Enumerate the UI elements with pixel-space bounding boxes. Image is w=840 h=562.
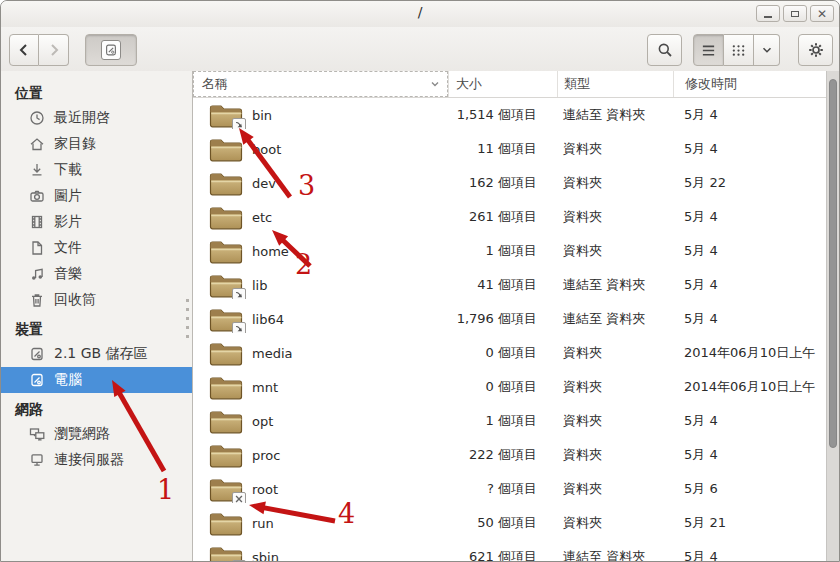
maximize-button[interactable] (783, 5, 807, 22)
minimize-icon (764, 16, 772, 18)
forward-button[interactable] (39, 34, 69, 66)
file-modified: 5月 4 (673, 310, 826, 328)
titlebar[interactable]: / ✕ (1, 1, 839, 28)
sidebar-item-label: 連接伺服器 (54, 451, 124, 469)
column-header-size[interactable]: 大小 (448, 71, 557, 97)
trash-icon (29, 292, 45, 308)
file-modified: 5月 4 (673, 106, 826, 124)
file-manager-window: / ✕ (0, 0, 840, 562)
sidebar-item-browse-network[interactable]: 瀏覽網路 (1, 421, 192, 447)
file-size: 1 個項目 (448, 242, 557, 260)
clock-icon (29, 110, 45, 126)
column-header-name[interactable]: 名稱 (193, 71, 448, 97)
file-size: 11 個項目 (448, 140, 557, 158)
sort-indicator-icon (429, 78, 441, 90)
settings-button[interactable] (798, 34, 833, 66)
drive-icon (29, 372, 45, 388)
file-row-media[interactable]: media 0 個項目 資料夾 2014年06月10日上午 (193, 336, 826, 370)
sidebar-sections: 位置 最近開啓 家目錄 下載 圖片 影片 文件 音樂 回收筒 裝置 2.1 G (1, 82, 192, 473)
file-row-bin[interactable]: bin 1,514 個項目 連結至 資料夾 5月 4 (193, 98, 826, 132)
grid-view-icon (731, 43, 746, 58)
folder-icon (209, 306, 243, 333)
file-name: root (252, 482, 278, 497)
vertical-scrollbar[interactable] (826, 71, 839, 561)
file-size: 1 個項目 (448, 412, 557, 430)
file-type: 連結至 資料夾 (557, 548, 673, 561)
sidebar-item-trash[interactable]: 回收筒 (1, 287, 192, 313)
file-row-mnt[interactable]: mnt 0 個項目 資料夾 2014年06月10日上午 (193, 370, 826, 404)
column-header-name-label: 名稱 (202, 75, 228, 93)
gear-icon (808, 42, 824, 58)
file-type: 連結至 資料夾 (557, 310, 673, 328)
document-icon (29, 240, 45, 256)
toolbar (1, 27, 839, 72)
back-button[interactable] (9, 34, 39, 66)
file-row-root[interactable]: root ? 個項目 資料夾 5月 6 (193, 472, 826, 506)
file-row-opt[interactable]: opt 1 個項目 資料夾 5月 4 (193, 404, 826, 438)
sidebar-item-label: 2.1 GB 儲存區 (54, 345, 148, 363)
column-header-modified[interactable]: 修改時間 (673, 71, 826, 97)
chevron-down-icon (760, 43, 774, 57)
sidebar-item-documents[interactable]: 文件 (1, 235, 192, 261)
file-name: lib (252, 278, 267, 293)
sidebar-item-connect-server[interactable]: 連接伺服器 (1, 447, 192, 473)
sidebar-item-volume-2gb[interactable]: 2.1 GB 儲存區 (1, 341, 192, 367)
sidebar-item-computer[interactable]: 電腦 (1, 367, 192, 393)
folder-icon (209, 476, 243, 503)
file-row-run[interactable]: run 50 個項目 資料夾 5月 21 (193, 506, 826, 540)
file-row-etc[interactable]: etc 261 個項目 資料夾 5月 4 (193, 200, 826, 234)
file-row-lib64[interactable]: lib64 1,796 個項目 連結至 資料夾 5月 4 (193, 302, 826, 336)
maximize-icon (791, 11, 799, 17)
folder-icon (209, 340, 243, 367)
folder-icon (209, 204, 243, 231)
file-row-boot[interactable]: boot 11 個項目 資料夾 5月 4 (193, 132, 826, 166)
file-row-sbin[interactable]: sbin 621 個項目 連結至 資料夾 5月 4 (193, 540, 826, 561)
sidebar-item-downloads[interactable]: 下載 (1, 157, 192, 183)
file-size: 0 個項目 (448, 344, 557, 362)
view-options-button[interactable] (754, 34, 780, 66)
file-modified: 2014年06月10日上午 (673, 344, 826, 362)
close-button[interactable]: ✕ (810, 5, 834, 22)
grid-view-button[interactable] (724, 34, 754, 66)
symlink-emblem (232, 322, 246, 333)
file-row-lib[interactable]: lib 41 個項目 連結至 資料夾 5月 4 (193, 268, 826, 302)
pane-resize-handle[interactable] (186, 299, 189, 338)
file-modified: 5月 4 (673, 242, 826, 260)
folder-icon (209, 272, 243, 299)
column-header-type[interactable]: 類型 (557, 71, 673, 97)
search-button[interactable] (647, 34, 682, 66)
sidebar-item-pictures[interactable]: 圖片 (1, 183, 192, 209)
file-size: 621 個項目 (448, 548, 557, 561)
search-icon (657, 42, 673, 58)
server-icon (29, 452, 45, 468)
sidebar-section-header-places: 位置 (1, 82, 192, 105)
file-name-cell: mnt (193, 374, 448, 401)
path-button-root[interactable] (85, 34, 137, 66)
scrollbar-thumb[interactable] (829, 79, 837, 448)
sidebar-item-recent[interactable]: 最近開啓 (1, 105, 192, 131)
file-row-proc[interactable]: proc 222 個項目 資料夾 5月 4 (193, 438, 826, 472)
file-name-cell: bin (193, 102, 448, 129)
sidebar-item-music[interactable]: 音樂 (1, 261, 192, 287)
file-name: sbin (252, 550, 279, 562)
folder-icon (209, 102, 243, 129)
file-name-cell: root (193, 476, 448, 503)
list-view-button[interactable] (693, 34, 724, 66)
sidebar-item-videos[interactable]: 影片 (1, 209, 192, 235)
close-icon: ✕ (817, 8, 827, 20)
folder-icon (209, 408, 243, 435)
file-type: 資料夾 (557, 514, 673, 532)
file-modified: 5月 4 (673, 548, 826, 561)
sidebar-item-label: 最近開啓 (54, 109, 110, 127)
file-row-dev[interactable]: dev 162 個項目 資料夾 5月 22 (193, 166, 826, 200)
sidebar-item-home[interactable]: 家目錄 (1, 131, 192, 157)
file-name-cell: opt (193, 408, 448, 435)
minimize-button[interactable] (756, 5, 780, 22)
file-name: lib64 (252, 312, 284, 327)
file-modified: 5月 4 (673, 276, 826, 294)
file-row-home[interactable]: home 1 個項目 資料夾 5月 4 (193, 234, 826, 268)
sidebar-item-label: 文件 (54, 239, 82, 257)
sidebar-item-label: 音樂 (54, 265, 82, 283)
list-header: 名稱 大小 類型 修改時間 (193, 71, 826, 98)
back-icon (16, 42, 32, 58)
